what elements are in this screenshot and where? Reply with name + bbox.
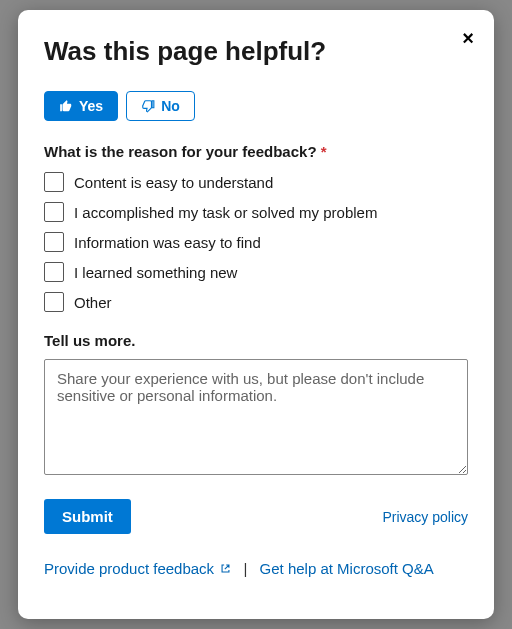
checkbox-4[interactable] [44,292,64,312]
privacy-link[interactable]: Privacy policy [382,509,468,525]
tellmore-label: Tell us more. [44,332,468,349]
checkbox-label-2: Information was easy to find [74,234,261,251]
footer-row: Provide product feedback | Get help at M… [44,560,468,577]
yes-label: Yes [79,98,103,114]
reason-option-1: I accomplished my task or solved my prob… [44,202,468,222]
external-link-icon [220,560,231,571]
checkbox-2[interactable] [44,232,64,252]
checkbox-0[interactable] [44,172,64,192]
vote-row: Yes No [44,91,468,121]
feedback-textarea[interactable] [44,359,468,475]
footer-separator: | [243,560,247,577]
reason-option-3: I learned something new [44,262,468,282]
checkbox-label-1: I accomplished my task or solved my prob… [74,204,377,221]
no-button[interactable]: No [126,91,195,121]
checkbox-1[interactable] [44,202,64,222]
get-help-link[interactable]: Get help at Microsoft Q&A [260,560,434,577]
checkbox-label-0: Content is easy to understand [74,174,273,191]
submit-button[interactable]: Submit [44,499,131,534]
feedback-modal: × Was this page helpful? Yes No What is … [18,10,494,619]
yes-button[interactable]: Yes [44,91,118,121]
checkbox-3[interactable] [44,262,64,282]
thumbs-down-icon [141,99,155,113]
reason-option-2: Information was easy to find [44,232,468,252]
required-mark: * [321,143,327,160]
close-button[interactable]: × [462,28,474,48]
thumbs-up-icon [59,99,73,113]
reason-option-4: Other [44,292,468,312]
reason-question: What is the reason for your feedback? * [44,143,468,160]
no-label: No [161,98,180,114]
reason-option-0: Content is easy to understand [44,172,468,192]
product-feedback-link[interactable]: Provide product feedback [44,560,235,577]
action-row: Submit Privacy policy [44,499,468,534]
checkbox-label-4: Other [74,294,112,311]
modal-title: Was this page helpful? [44,36,468,67]
checkbox-label-3: I learned something new [74,264,237,281]
reason-options: Content is easy to understand I accompli… [44,172,468,312]
